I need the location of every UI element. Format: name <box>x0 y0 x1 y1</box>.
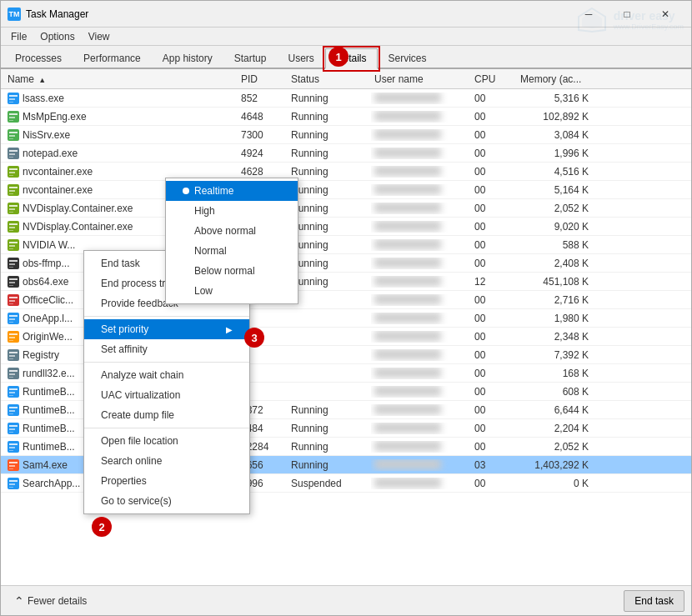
tab-details[interactable]: Details <box>325 48 378 69</box>
cell-user <box>371 404 471 416</box>
svg-rect-40 <box>9 263 15 265</box>
table-row[interactable]: NVDisplay.Container.exe 2960 Running 00 … <box>1 218 691 236</box>
context-menu-item-properties[interactable]: Properties <box>84 471 249 491</box>
col-status[interactable]: Status <box>288 73 371 85</box>
cell-status: Running <box>288 184 371 196</box>
svg-rect-41 <box>9 267 13 268</box>
cell-name: MsMpEng.exe <box>4 111 238 123</box>
cell-user <box>371 423 471 434</box>
cell-user <box>371 294 471 306</box>
priority-item-realtime[interactable]: Realtime <box>166 181 298 201</box>
process-icon <box>8 423 19 434</box>
end-task-button[interactable]: End task <box>624 590 684 612</box>
context-menu-item-search-online[interactable]: Search online <box>84 451 249 471</box>
cell-pid: 4924 <box>238 148 288 159</box>
svg-rect-21 <box>9 175 13 176</box>
table-row[interactable]: MsMpEng.exe 4648 Running 00 102,892 K <box>1 108 691 126</box>
context-menu-item-go-to-service(s)[interactable]: Go to service(s) <box>84 491 249 511</box>
menu-options[interactable]: Options <box>33 29 81 44</box>
cell-status: Running <box>288 166 371 178</box>
svg-rect-43 <box>9 278 18 280</box>
cell-memory: 2,348 K <box>517 331 592 343</box>
col-memory[interactable]: Memory (ac... <box>517 73 592 85</box>
cell-memory: 102,892 K <box>517 111 592 123</box>
tab-services[interactable]: Services <box>378 48 438 68</box>
table-row[interactable]: lsass.exe 852 Running 00 5,316 K <box>1 89 691 108</box>
cell-cpu: 00 <box>471 423 517 434</box>
svg-rect-75 <box>9 425 18 427</box>
tab-performance[interactable]: Performance <box>73 48 152 68</box>
col-name[interactable]: Name ▲ <box>4 73 238 85</box>
table-row[interactable]: NisSrv.exe 7300 Running 00 3,084 K <box>1 126 691 144</box>
priority-item-normal[interactable]: Normal <box>166 241 298 261</box>
svg-rect-81 <box>9 450 13 451</box>
table-row[interactable]: nvcontainer.exe 7960 Running 00 5,164 K <box>1 181 691 199</box>
table-row[interactable]: notepad.exe 4924 Running 00 1,996 K <box>1 144 691 163</box>
process-icon <box>8 184 19 196</box>
fewer-details-button[interactable]: ⌃ Fewer details <box>8 591 93 611</box>
cell-memory: 2,204 K <box>517 423 592 434</box>
context-menu-item-open-file-location[interactable]: Open file location <box>84 431 249 451</box>
cell-memory: 4,516 K <box>517 166 592 178</box>
table-row[interactable]: nvcontainer.exe 4628 Running 00 4,516 K <box>1 163 691 181</box>
cell-name: notepad.exe <box>4 148 238 159</box>
priority-item-below-normal[interactable]: Below normal <box>166 261 298 281</box>
col-username[interactable]: User name <box>371 73 471 85</box>
priority-item-high[interactable]: High <box>166 201 298 221</box>
tab-processes[interactable]: Processes <box>4 48 73 68</box>
cell-cpu: 00 <box>471 111 517 123</box>
process-icon <box>8 129 19 141</box>
cell-memory: 0 K <box>517 478 592 489</box>
minimize-button[interactable]: ─ <box>569 1 608 28</box>
cell-memory: 451,108 K <box>517 276 592 288</box>
context-menu-item-set-affinity[interactable]: Set affinity <box>84 339 249 359</box>
svg-rect-45 <box>9 285 13 286</box>
svg-rect-73 <box>9 413 13 414</box>
cell-user <box>371 258 471 269</box>
context-menu-item-set-priority[interactable]: Set priority▶ <box>84 319 249 339</box>
radio-dot <box>183 188 189 194</box>
menubar: File Options View <box>1 28 691 46</box>
tab-startup[interactable]: Startup <box>223 48 278 68</box>
svg-rect-76 <box>9 428 15 430</box>
cell-cpu: 00 <box>471 331 517 343</box>
context-menu-item-uac-virtualization[interactable]: UAC virtualization <box>84 385 249 405</box>
menu-view[interactable]: View <box>82 29 117 44</box>
cell-user <box>371 478 471 489</box>
cell-memory: 2,716 K <box>517 294 592 306</box>
close-button[interactable]: ✕ <box>646 1 684 28</box>
col-cpu[interactable]: CPU <box>471 73 517 85</box>
cell-status: Running <box>288 441 371 453</box>
tab-app-history[interactable]: App history <box>152 48 223 68</box>
cell-user <box>371 239 471 251</box>
context-menu-item-analyze-wait-chain[interactable]: Analyze wait chain <box>84 365 249 385</box>
cell-status: Running <box>288 423 371 434</box>
cell-cpu: 00 <box>471 129 517 141</box>
cell-pid: 4648 <box>238 111 288 123</box>
svg-rect-59 <box>9 352 18 353</box>
cell-user <box>371 221 471 233</box>
context-menu-item-create-dump-file[interactable]: Create dump file <box>84 405 249 425</box>
priority-item-low[interactable]: Low <box>166 281 298 301</box>
col-pid[interactable]: PID <box>238 73 288 85</box>
svg-rect-24 <box>9 190 15 192</box>
priority-item-above-normal[interactable]: Above normal <box>166 221 298 241</box>
table-row[interactable]: NVDisplay.Container.exe 2316 Running 00 … <box>1 199 691 218</box>
cell-user <box>371 459 471 471</box>
cell-cpu: 00 <box>471 166 517 178</box>
table-header: Name ▲ PID Status User name CPU Memory (… <box>1 69 691 89</box>
cell-cpu: 00 <box>471 203 517 214</box>
svg-rect-88 <box>9 483 15 485</box>
titlebar-controls: ─ □ ✕ <box>569 1 684 28</box>
cell-memory: 168 K <box>517 368 592 379</box>
svg-rect-79 <box>9 443 18 445</box>
svg-rect-47 <box>9 297 18 298</box>
maximize-button[interactable]: □ <box>608 1 646 28</box>
process-icon <box>8 368 19 379</box>
cell-memory: 7,392 K <box>517 349 592 361</box>
svg-rect-19 <box>9 168 18 170</box>
cell-status: Running <box>288 203 371 214</box>
tab-users[interactable]: Users <box>277 48 324 68</box>
cell-status: Running <box>288 258 371 269</box>
menu-file[interactable]: File <box>4 29 33 44</box>
